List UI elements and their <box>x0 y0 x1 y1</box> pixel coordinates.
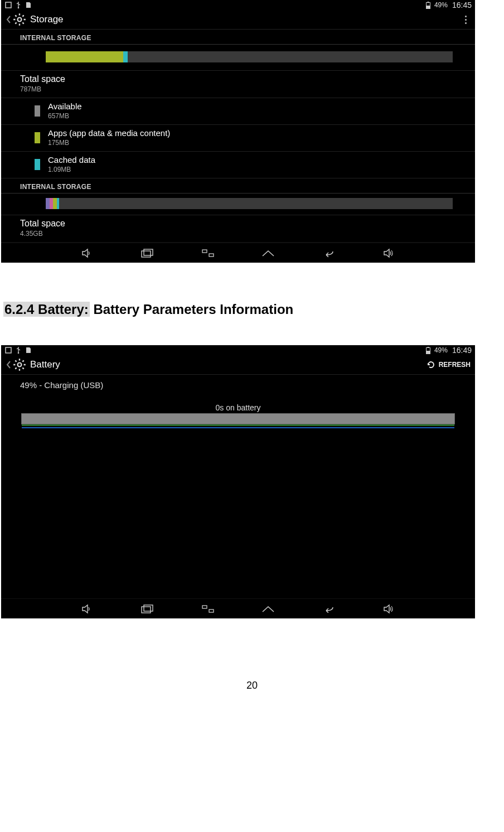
back-nav-icon[interactable] <box>321 603 336 615</box>
color-swatch <box>35 105 40 117</box>
home-icon[interactable] <box>260 247 276 259</box>
screenshot-icon[interactable] <box>200 603 216 615</box>
color-swatch <box>35 132 40 143</box>
svg-rect-9 <box>209 254 214 257</box>
storage-screenshot: 49% 16:45 Storage INTERNAL STORAGE Total… <box>1 0 475 263</box>
section-header: INTERNAL STORAGE <box>1 178 475 194</box>
sd-icon <box>25 346 32 354</box>
total-space-value: 787MB <box>20 85 466 93</box>
category-label: Apps (app data & media content) <box>48 128 170 138</box>
svg-point-1 <box>18 7 20 9</box>
page-title: Storage <box>30 14 461 25</box>
battery-graph[interactable]: 0s on battery <box>1 395 475 427</box>
svg-point-11 <box>18 352 20 354</box>
battery-percent: 49% <box>434 1 448 9</box>
document-section-heading: 6.2.4 Battery: Battery Parameters Inform… <box>3 302 504 317</box>
settings-gear-icon[interactable] <box>12 357 27 372</box>
volume-up-icon[interactable] <box>381 603 397 615</box>
svg-rect-13 <box>427 347 429 348</box>
total-space-label: Total space <box>20 74 466 84</box>
refresh-icon <box>427 360 435 369</box>
svg-point-5 <box>18 18 22 22</box>
usb-icon <box>14 346 22 354</box>
category-value: 657MB <box>48 112 82 120</box>
usage-segment <box>123 51 128 62</box>
back-icon[interactable] <box>6 15 11 24</box>
color-swatch <box>35 159 40 170</box>
storage-usage-bar <box>1 194 475 215</box>
svg-rect-4 <box>426 6 430 9</box>
svg-rect-18 <box>202 606 207 608</box>
storage-usage-bar <box>1 45 475 71</box>
navigation-bar <box>1 598 475 618</box>
heading-text: Battery Parameters Information <box>90 302 293 317</box>
svg-point-15 <box>18 363 22 367</box>
battery-graph-bar <box>21 413 455 424</box>
total-space-value: 4.35GB <box>20 230 466 238</box>
overflow-menu-icon[interactable] <box>461 13 471 26</box>
volume-down-icon[interactable] <box>79 247 95 259</box>
total-space-label: Total space <box>20 219 466 229</box>
battery-graph-label: 0s on battery <box>21 403 455 412</box>
battery-status-text: 49% - Charging (USB) <box>1 375 475 395</box>
home-icon[interactable] <box>260 603 276 615</box>
category-label: Cached data <box>48 155 95 165</box>
action-bar: Battery REFRESH <box>1 355 475 375</box>
sd-icon <box>25 1 32 9</box>
svg-rect-19 <box>209 610 214 612</box>
clock: 16:49 <box>452 346 472 355</box>
recent-apps-icon[interactable] <box>139 603 155 615</box>
battery-percent: 49% <box>434 346 448 354</box>
status-bar: 49% 16:45 <box>1 0 475 10</box>
back-nav-icon[interactable] <box>321 247 336 259</box>
svg-rect-17 <box>144 605 153 611</box>
heading-number: 6.2.4 Battery: <box>3 302 90 317</box>
clock: 16:45 <box>452 1 472 9</box>
storage-category-row[interactable]: Apps (app data & media content)175MB <box>1 125 475 152</box>
svg-rect-16 <box>142 607 151 613</box>
volume-up-icon[interactable] <box>381 247 397 259</box>
back-icon[interactable] <box>6 360 11 369</box>
svg-rect-0 <box>6 2 11 8</box>
svg-rect-6 <box>142 251 151 257</box>
svg-rect-14 <box>426 351 430 354</box>
category-value: 1.09MB <box>48 166 95 173</box>
category-label: Available <box>48 101 82 111</box>
svg-rect-8 <box>202 250 207 253</box>
page-number: 20 <box>0 680 504 703</box>
total-space-row[interactable]: Total space 4.35GB <box>1 215 475 243</box>
section-header: INTERNAL STORAGE <box>1 30 475 45</box>
settings-gear-icon[interactable] <box>12 12 27 27</box>
notification-icon <box>4 1 12 9</box>
screenshot-icon[interactable] <box>200 247 216 259</box>
battery-screenshot: 49% 16:49 Battery REFRESH 49% - Charging… <box>1 345 475 618</box>
volume-down-icon[interactable] <box>79 603 95 615</box>
page-title: Battery <box>30 359 427 370</box>
svg-rect-3 <box>427 2 429 3</box>
storage-category-row[interactable]: Available657MB <box>1 98 475 125</box>
action-bar: Storage <box>1 10 475 30</box>
refresh-button[interactable]: REFRESH <box>427 360 471 369</box>
recent-apps-icon[interactable] <box>139 247 155 259</box>
svg-rect-7 <box>144 249 153 255</box>
notification-icon <box>4 346 12 354</box>
navigation-bar <box>1 243 475 263</box>
usage-segment <box>57 198 59 209</box>
refresh-label: REFRESH <box>439 361 471 369</box>
storage-category-row[interactable]: Cached data1.09MB <box>1 152 475 178</box>
battery-icon <box>424 1 432 9</box>
usage-segment <box>46 51 123 62</box>
status-bar: 49% 16:49 <box>1 345 475 355</box>
category-value: 175MB <box>48 139 170 147</box>
total-space-row[interactable]: Total space 787MB <box>1 71 475 98</box>
usb-icon <box>14 1 22 9</box>
svg-rect-10 <box>6 347 11 353</box>
battery-icon <box>424 346 432 354</box>
